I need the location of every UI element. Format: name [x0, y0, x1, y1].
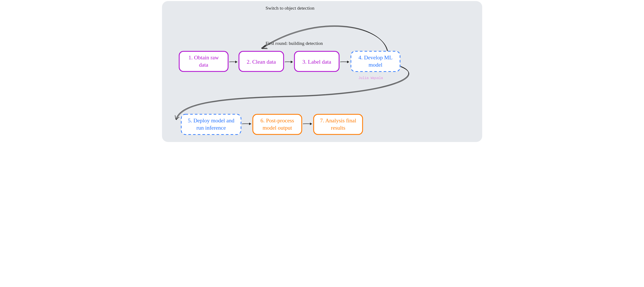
node-clean-data: 2. Clean data	[239, 51, 284, 72]
node-2-line-1: 2. Clean data	[246, 59, 276, 65]
watermark-text: Julia Wąsala	[358, 76, 383, 80]
annotation-feedback: Switch to object detection	[266, 5, 314, 11]
node-7-line-1: 7. Analysis final	[320, 118, 356, 124]
node-label-data: 3. Label data	[294, 51, 339, 72]
node-deploy-model: 5. Deploy model and run inference	[181, 114, 241, 134]
node-5-line-1: 5. Deploy model and	[188, 118, 234, 124]
node-1-line-2: data	[199, 62, 208, 68]
node-4-line-2: model	[368, 62, 382, 68]
node-1-line-1: 1. Obtain raw	[188, 54, 218, 61]
node-7-line-2: results	[331, 125, 345, 131]
node-6-line-2: model output	[262, 125, 292, 131]
node-3-line-1: 3. Label data	[302, 59, 331, 65]
node-5-line-2: run inference	[196, 125, 226, 131]
node-4-line-1: 4. Develop ML	[358, 54, 392, 61]
node-post-process: 6. Post-process model output	[253, 114, 302, 134]
node-6-line-1: 6. Post-process	[260, 118, 294, 124]
diagram-canvas: Switch to object detection First round: …	[161, 0, 483, 144]
node-develop-ml-model: 4. Develop ML model	[351, 51, 400, 72]
node-analysis-final-results: 7. Analysis final results	[314, 114, 363, 134]
node-obtain-raw-data: 1. Obtain raw data	[179, 51, 228, 72]
